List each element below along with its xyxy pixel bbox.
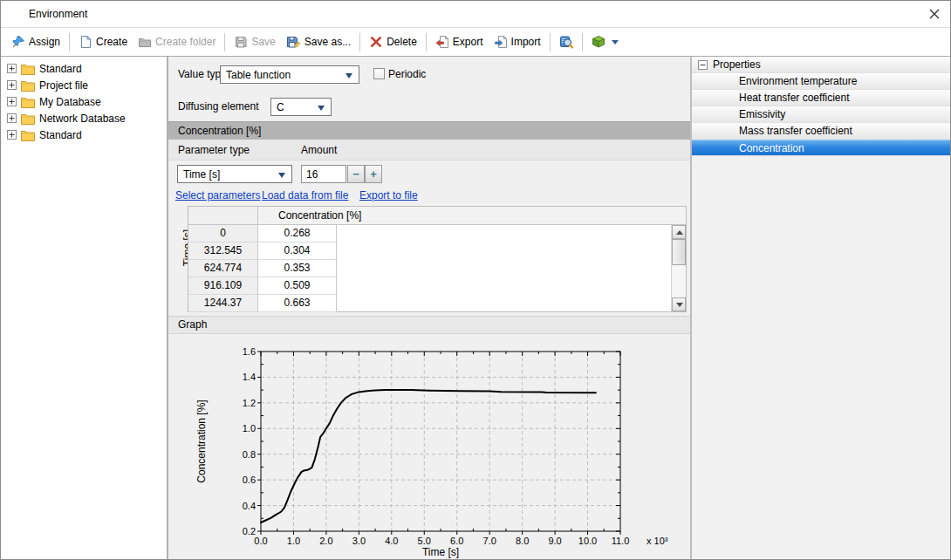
expand-plus-icon[interactable] xyxy=(7,113,17,123)
concentration-cell[interactable]: 0.353 xyxy=(258,260,337,277)
parameter-type-value: Time [s] xyxy=(183,168,220,181)
concentration-cell[interactable]: 0.663 xyxy=(258,295,337,312)
svg-text:Time [s]: Time [s] xyxy=(422,546,459,558)
select-parameters-link[interactable]: Select parameters xyxy=(175,189,260,201)
svg-text:Concentration [%]: Concentration [%] xyxy=(195,400,208,482)
tree-item-standard-1[interactable]: Standard xyxy=(1,60,167,77)
expand-plus-icon[interactable] xyxy=(7,130,17,140)
save-as-label: Save as... xyxy=(304,36,351,48)
tree-item-standard-2[interactable]: Standard xyxy=(1,126,167,143)
environment-window: Environment Assign Create xyxy=(0,0,951,560)
svg-text:5.0: 5.0 xyxy=(418,536,431,546)
create-button[interactable]: Create xyxy=(73,32,133,51)
svg-text:1.0: 1.0 xyxy=(287,536,300,546)
content-area: Standard Project file My Database Networ… xyxy=(1,57,950,559)
export-icon xyxy=(435,35,449,49)
property-item-concentration[interactable]: Concentration xyxy=(692,140,950,156)
svg-text:0.0: 0.0 xyxy=(254,536,267,546)
save-as-button[interactable]: Save as... xyxy=(281,32,356,51)
export-button[interactable]: Export xyxy=(430,32,489,51)
svg-text:10.0: 10.0 xyxy=(578,536,597,546)
scroll-down-button[interactable] xyxy=(672,297,686,311)
value-type-select[interactable]: Table function xyxy=(220,65,359,84)
delete-x-icon xyxy=(369,35,383,49)
database-menu-button[interactable] xyxy=(586,32,624,51)
amount-increment-button[interactable]: + xyxy=(365,165,382,183)
import-icon xyxy=(494,35,508,49)
property-label: Environment temperature xyxy=(739,75,857,87)
export-label: Export xyxy=(453,36,483,48)
time-cell[interactable]: 916.109 xyxy=(188,277,258,295)
svg-text:x 10³: x 10³ xyxy=(647,536,668,546)
parameter-type-select[interactable]: Time [s] xyxy=(177,165,292,183)
diffusing-element-value: C xyxy=(277,101,284,113)
svg-text:1.4: 1.4 xyxy=(243,372,256,382)
create-folder-label: Create folder xyxy=(155,36,216,48)
periodic-label: Periodic xyxy=(388,68,426,80)
toolbar-separator xyxy=(582,33,583,51)
toolbar-separator xyxy=(224,33,225,51)
graph-section-bar: Graph xyxy=(168,316,690,334)
svg-text:0.6: 0.6 xyxy=(243,475,256,485)
expand-plus-icon[interactable] xyxy=(7,64,17,73)
save-button[interactable]: Save xyxy=(229,32,280,51)
expand-plus-icon[interactable] xyxy=(7,97,17,106)
property-item-environment-temperature[interactable]: Environment temperature xyxy=(692,73,950,90)
properties-header-label: Properties xyxy=(713,58,761,71)
time-cell[interactable]: 0 xyxy=(188,225,258,242)
expand-plus-icon[interactable] xyxy=(7,80,17,90)
svg-text:0.2: 0.2 xyxy=(243,526,256,536)
properties-header-row[interactable]: Properties xyxy=(692,57,950,73)
tree-item-network-database[interactable]: Network Database xyxy=(1,110,167,126)
chevron-down-icon xyxy=(318,106,325,111)
close-icon xyxy=(928,8,941,20)
amount-label: Amount xyxy=(301,144,337,156)
svg-text:0.8: 0.8 xyxy=(243,449,256,460)
assign-button[interactable]: Assign xyxy=(6,32,65,51)
preview-button[interactable] xyxy=(554,32,578,51)
tree-item-project-file[interactable]: Project file xyxy=(1,77,167,93)
export-to-file-link[interactable]: Export to file xyxy=(359,189,418,201)
dropdown-caret-icon xyxy=(612,40,619,44)
save-label: Save xyxy=(251,36,275,48)
property-item-emissivity[interactable]: Emissivity xyxy=(692,106,950,123)
periodic-checkbox[interactable] xyxy=(373,68,385,79)
database-brick-icon xyxy=(592,35,605,49)
toolbar-separator xyxy=(359,33,360,51)
delete-label: Delete xyxy=(387,36,417,48)
scroll-up-button[interactable] xyxy=(672,225,686,239)
load-data-from-file-link[interactable]: Load data from file xyxy=(262,189,348,201)
scrollbar-thumb[interactable] xyxy=(672,239,686,265)
svg-text:7.0: 7.0 xyxy=(483,536,496,546)
parameter-header-band: Parameter type Amount xyxy=(168,140,690,160)
import-button[interactable]: Import xyxy=(489,32,546,51)
diffusing-element-select[interactable]: C xyxy=(270,98,332,116)
amount-decrement-button[interactable]: − xyxy=(347,165,365,183)
table-header-row: Concentration [%] xyxy=(188,207,686,225)
close-button[interactable] xyxy=(928,8,941,20)
folder-icon xyxy=(21,129,35,141)
concentration-cell[interactable]: 0.509 xyxy=(258,277,337,295)
property-item-heat-transfer-coefficient[interactable]: Heat transfer coefficient xyxy=(692,90,950,106)
assign-pin-icon xyxy=(11,35,25,49)
time-cell[interactable]: 624.774 xyxy=(188,260,258,277)
title-bar: Environment xyxy=(1,1,950,28)
table-vertical-scrollbar[interactable] xyxy=(671,225,686,311)
delete-button[interactable]: Delete xyxy=(364,32,422,51)
amount-input[interactable] xyxy=(301,165,346,183)
property-item-mass-transfer-coefficient[interactable]: Mass transfer coefficient xyxy=(692,123,950,140)
triangle-up-icon xyxy=(676,230,683,235)
tree-item-my-database[interactable]: My Database xyxy=(1,93,167,110)
folder-icon xyxy=(21,113,35,125)
new-document-icon xyxy=(79,35,92,49)
concentration-section-title: Concentration [%] xyxy=(178,125,261,137)
toolbar-separator xyxy=(69,33,70,51)
concentration-cell[interactable]: 0.304 xyxy=(258,242,337,260)
property-label: Heat transfer coefficient xyxy=(739,92,850,104)
create-folder-button[interactable]: Create folder xyxy=(133,32,221,51)
concentration-cell[interactable]: 0.268 xyxy=(258,225,337,242)
time-cell[interactable]: 312.545 xyxy=(188,242,258,260)
time-cell[interactable]: 1244.37 xyxy=(188,295,258,312)
collapse-minus-icon[interactable] xyxy=(698,60,708,70)
property-label: Concentration xyxy=(739,142,804,154)
